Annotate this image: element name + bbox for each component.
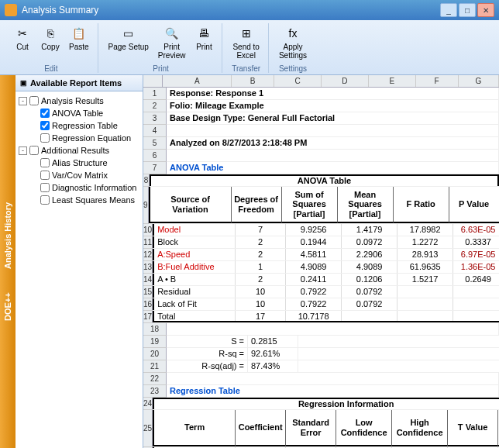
table-header-cell: Source of Variation [150, 187, 232, 223]
tree-label: Var/Cov Matrix [52, 171, 108, 180]
tree-item[interactable]: Diagnostic Information [17, 181, 141, 194]
table-cell: 0.2649 [453, 274, 499, 285]
row-header[interactable]: 22 [143, 373, 167, 385]
column-header[interactable]: D [322, 75, 369, 87]
column-header[interactable]: B [232, 75, 274, 87]
row-header[interactable]: 11 [143, 236, 153, 249]
table-cell: 2 [236, 274, 286, 285]
table-cell: 17 [236, 311, 286, 321]
column-header[interactable]: F [416, 75, 459, 87]
tree-label: ANOVA Table [52, 109, 103, 118]
tree-item[interactable]: Alias Structure [17, 157, 141, 169]
stat-label: R-sq = [167, 348, 248, 360]
row-header[interactable]: 12 [143, 249, 153, 261]
row-header[interactable]: 15 [143, 286, 153, 298]
table-cell: 6.97E-05 [453, 249, 499, 260]
tree-collapse-icon[interactable]: ▣ [20, 79, 27, 87]
expand-icon[interactable]: - [19, 97, 27, 105]
row-header[interactable]: 20 [143, 348, 167, 360]
tree-checkbox[interactable] [40, 158, 50, 167]
tree-item[interactable]: ANOVA Table [17, 107, 141, 119]
sidetab-doe: DOE++ [3, 292, 12, 321]
row-header[interactable]: 4 [143, 125, 167, 137]
table-cell: 4.9089 [286, 261, 342, 273]
row-header[interactable]: 2 [143, 100, 167, 112]
column-header[interactable]: A [163, 75, 232, 87]
row-header[interactable]: 5 [143, 137, 167, 150]
row-header[interactable]: 1 [143, 88, 167, 100]
tree-checkbox[interactable] [40, 133, 50, 143]
close-button[interactable]: ✕ [477, 3, 494, 17]
row-header[interactable]: 3 [143, 112, 167, 125]
column-header[interactable]: G [459, 75, 499, 87]
tree-item[interactable]: Var/Cov Matrix [17, 169, 141, 181]
page-setup-button[interactable]: ▭Page Setup [105, 23, 153, 62]
column-header[interactable]: C [274, 75, 322, 87]
tree-checkbox[interactable] [40, 195, 50, 205]
tree-item[interactable]: Regression Table [17, 119, 141, 132]
send-to-excel-button[interactable]: ⊞Send to Excel [229, 23, 263, 62]
table-cell: 1.5217 [397, 274, 453, 285]
row-header[interactable]: 7 [143, 162, 167, 174]
tree-item[interactable]: Least Squares Means [17, 194, 141, 206]
tree-header: ▣ Available Report Items [15, 75, 143, 91]
tree-checkbox[interactable] [40, 109, 50, 118]
table-row-label: Model [154, 224, 236, 236]
row-header[interactable]: 23 [143, 385, 167, 398]
info-cell [167, 125, 499, 136]
row-header[interactable]: 24 [143, 398, 153, 410]
table-cell: 4.5811 [286, 249, 342, 260]
send-to-excel-icon: ⊞ [239, 26, 254, 41]
info-cell: ANOVA Table [167, 162, 499, 174]
side-tab[interactable]: DOE++ Analysis History [0, 75, 15, 448]
table-cell [397, 311, 453, 321]
print-button[interactable]: 🖶Print [191, 23, 217, 62]
table-header-cell: Standard Error [286, 410, 336, 446]
tree-checkbox[interactable] [40, 171, 50, 180]
copy-button[interactable]: ⎘Copy [37, 23, 64, 62]
tree-label: Alias Structure [52, 158, 108, 167]
table-header-cell: Mean Squares [Partial] [338, 187, 394, 223]
report-items-tree: ▣ Available Report Items -Analysis Resul… [15, 75, 143, 448]
spreadsheet[interactable]: ABCDEFG1Response: Response 12Folio: Mile… [143, 75, 499, 448]
apply-settings-button[interactable]: fxApply Settings [275, 23, 311, 62]
minimize-button[interactable]: _ [440, 3, 457, 17]
apply-settings-icon: fx [285, 26, 301, 41]
table-cell: 9.9256 [286, 224, 342, 236]
row-header[interactable]: 19 [143, 336, 167, 348]
table-cell: 1 [236, 261, 286, 273]
print-preview-button[interactable]: 🔍Print Preview [154, 23, 190, 62]
table-cell [397, 298, 453, 310]
row-header[interactable]: 18 [143, 323, 167, 336]
row-header[interactable]: 21 [143, 360, 167, 373]
row-header[interactable]: 10 [143, 224, 153, 236]
app-icon [5, 4, 17, 16]
table-header-cell: Term [154, 410, 236, 446]
stat-label: S = [167, 336, 248, 347]
maximize-button[interactable]: □ [459, 3, 476, 17]
tree-item[interactable]: -Additional Results [17, 144, 141, 157]
row-header[interactable]: 16 [143, 298, 153, 311]
cut-button[interactable]: ✂Cut [9, 23, 36, 62]
row-header[interactable]: 13 [143, 261, 153, 274]
tree-checkbox[interactable] [29, 146, 39, 155]
expand-icon[interactable]: - [19, 146, 27, 155]
column-header[interactable]: E [369, 75, 416, 87]
table-cell [397, 286, 453, 298]
tree-item[interactable]: -Analysis Results [17, 95, 141, 107]
paste-button[interactable]: 📋Paste [65, 23, 93, 62]
table-title: Regression Information [153, 398, 499, 409]
tree-checkbox[interactable] [40, 183, 50, 192]
tree-checkbox[interactable] [40, 121, 50, 130]
row-header[interactable]: 8 [143, 174, 150, 187]
tree-item[interactable]: Regression Equation [17, 132, 141, 144]
row-header[interactable]: 25 [143, 410, 153, 447]
table-row-label: A:Speed [154, 249, 236, 260]
row-header[interactable]: 14 [143, 274, 153, 286]
row-header[interactable]: 17 [143, 311, 153, 323]
row-header[interactable]: 6 [143, 150, 167, 162]
tree-checkbox[interactable] [29, 96, 39, 105]
table-cell: 0.0792 [342, 298, 397, 310]
table-cell: 28.913 [397, 249, 453, 260]
page-setup-icon: ▭ [121, 26, 136, 41]
